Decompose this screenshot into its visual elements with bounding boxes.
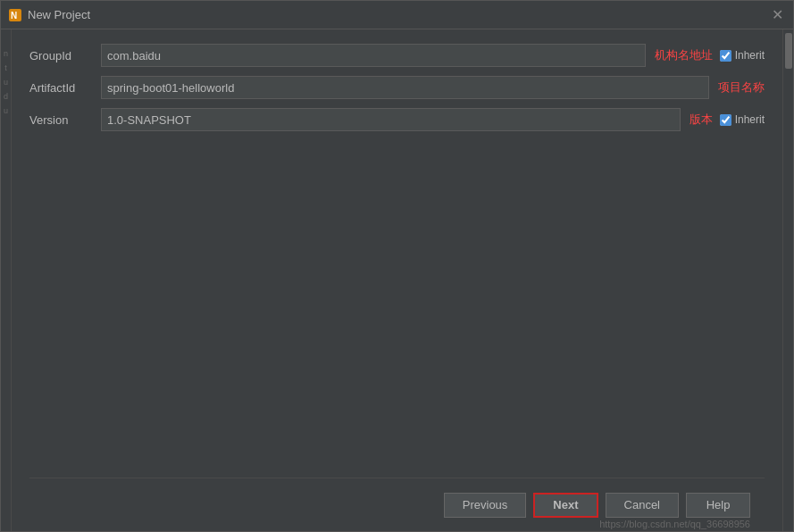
- empty-area: [29, 140, 765, 478]
- version-label: Version: [29, 113, 101, 127]
- sidebar-letters: n t u d u: [1, 47, 11, 117]
- sidebar-letter: d: [1, 90, 11, 103]
- version-row: Version 版本 Inherit: [29, 108, 765, 131]
- groupid-input-wrapper: 机构名地址: [101, 44, 713, 67]
- next-button[interactable]: Next: [533, 493, 598, 518]
- artifactid-label: ArtifactId: [29, 81, 101, 95]
- groupid-label: GroupId: [29, 49, 101, 62]
- title-bar: N New Project ✕: [1, 1, 793, 29]
- version-input-wrapper: 版本: [101, 108, 713, 131]
- cancel-button[interactable]: Cancel: [606, 493, 679, 518]
- svg-text:N: N: [11, 11, 17, 21]
- groupid-inherit-label[interactable]: Inherit: [720, 49, 765, 62]
- version-input[interactable]: [101, 108, 681, 131]
- version-inherit-checkbox[interactable]: [720, 114, 731, 126]
- help-button[interactable]: Help: [686, 493, 750, 518]
- groupid-input[interactable]: [101, 44, 646, 67]
- window-title: New Project: [28, 8, 768, 21]
- right-sidebar: [782, 29, 793, 531]
- main-area: GroupId 机构名地址 Inherit ArtifactId 项目名称: [12, 29, 782, 531]
- artifactid-row: ArtifactId 项目名称: [29, 76, 765, 99]
- inherit-text-version: Inherit: [735, 113, 765, 126]
- sidebar-letter: u: [1, 104, 11, 117]
- close-button[interactable]: ✕: [768, 6, 786, 24]
- version-inherit-label[interactable]: Inherit: [720, 113, 765, 126]
- groupid-inherit-checkbox[interactable]: [720, 50, 731, 62]
- left-sidebar: n t u d u: [1, 29, 12, 531]
- inherit-text: Inherit: [735, 49, 765, 62]
- scrollbar-thumb[interactable]: [785, 33, 792, 69]
- footer: Previous Next Cancel Help https://blog.c…: [29, 478, 765, 531]
- groupid-annotation: 机构名地址: [655, 47, 713, 63]
- sidebar-letter: u: [1, 76, 11, 88]
- new-project-dialog: N New Project ✕ n t u d u GroupId 机构名地址: [0, 0, 794, 532]
- content-area: n t u d u GroupId 机构名地址 Inherit: [1, 29, 793, 531]
- window-icon: N: [8, 8, 22, 22]
- artifactid-input[interactable]: [101, 76, 709, 99]
- watermark: https://blog.csdn.net/qq_36698956: [599, 519, 750, 529]
- groupid-row: GroupId 机构名地址 Inherit: [29, 44, 765, 67]
- version-annotation: 版本: [690, 112, 713, 128]
- sidebar-letter: n: [1, 47, 11, 60]
- previous-button[interactable]: Previous: [444, 493, 527, 518]
- artifactid-input-wrapper: 项目名称: [101, 76, 765, 99]
- artifactid-annotation: 项目名称: [718, 79, 765, 96]
- sidebar-letter: t: [1, 62, 11, 74]
